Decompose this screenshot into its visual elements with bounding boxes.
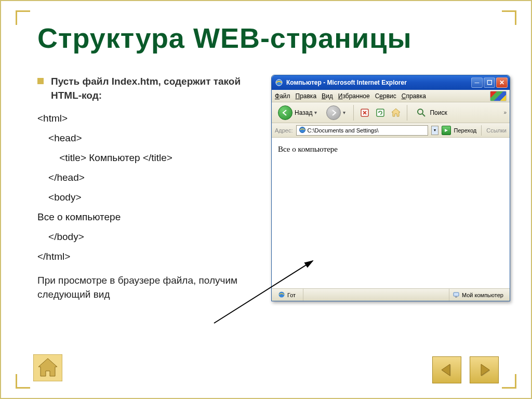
status-text-right: Мой компьютер (462, 292, 503, 298)
slide-title: Структура WEB-страницы (37, 22, 510, 54)
window-title: Компьютер - Microsoft Internet Explorer (286, 79, 471, 86)
menu-file[interactable]: Файл (275, 92, 290, 100)
chevron-down-icon: ▾ (314, 110, 317, 115)
code-line: <head> (37, 128, 256, 148)
status-right: Мой компьютер (449, 289, 507, 301)
ie-window: Компьютер - Microsoft Internet Explorer … (271, 75, 510, 301)
forward-button[interactable]: ▾ (323, 104, 349, 122)
forward-arrow-icon (326, 105, 341, 120)
corner-decoration (16, 10, 30, 25)
home-icon[interactable] (390, 107, 402, 119)
prev-slide-button[interactable] (432, 356, 461, 383)
maximize-button[interactable]: ☐ (484, 77, 495, 88)
svg-rect-7 (454, 292, 459, 296)
back-button[interactable]: Назад ▾ (275, 104, 320, 122)
menu-favorites[interactable]: Избранное (338, 92, 370, 100)
titlebar: Компьютер - Microsoft Internet Explorer … (272, 75, 510, 90)
search-icon (415, 107, 428, 119)
search-label: Поиск (430, 109, 447, 116)
menu-view[interactable]: Вид (322, 92, 333, 100)
corner-decoration (502, 374, 516, 389)
svg-rect-2 (377, 109, 384, 116)
menu-tools[interactable]: Сервис (375, 92, 396, 100)
address-bar: Адрес: C:\Documents and Settings\ ▾ Пере… (272, 123, 510, 138)
ie-small-icon (278, 291, 285, 299)
menubar: Файл Правка Вид Избранное Сервис Справка (272, 90, 510, 102)
corner-decoration (502, 10, 516, 25)
page-icon (299, 126, 306, 135)
windows-flag-icon (490, 91, 507, 101)
close-button[interactable]: ✕ (496, 77, 508, 88)
address-input[interactable]: C:\Documents and Settings\ (296, 125, 428, 136)
page-body-text: Все о компьютере (278, 145, 338, 153)
code-block: <html> <head> <title> Компьютер </title>… (37, 109, 256, 267)
go-label: Переход (454, 127, 477, 134)
code-line: <html> (37, 109, 256, 128)
bullet-item: Пусть файл Index.htm, содержит такой HTM… (37, 75, 256, 102)
toolbar-separator (407, 105, 407, 121)
outro-text: При просмотре в браузере файла, получим … (37, 274, 256, 301)
statusbar: Гот Мой компьютер (272, 288, 510, 301)
code-line: </html> (37, 247, 256, 267)
stop-icon[interactable] (358, 107, 371, 119)
status-left: Гот (275, 289, 299, 301)
menu-help[interactable]: Справка (402, 92, 426, 100)
status-text-left: Гот (287, 292, 296, 298)
minimize-button[interactable]: ─ (471, 77, 483, 88)
search-button[interactable]: Поиск (412, 105, 450, 121)
address-value: C:\Documents and Settings\ (308, 127, 379, 134)
browser-viewport: Все о компьютере (272, 138, 510, 288)
browser-mock: Компьютер - Microsoft Internet Explorer … (271, 75, 510, 301)
my-computer-icon (453, 291, 460, 299)
refresh-icon[interactable] (374, 107, 387, 119)
next-slide-button[interactable] (470, 356, 499, 383)
left-column: Пусть файл Index.htm, содержит такой HTM… (37, 75, 256, 301)
menu-edit[interactable]: Правка (296, 92, 317, 100)
toolbar-separator (353, 105, 354, 121)
chevron-down-icon: ▾ (343, 110, 345, 115)
back-arrow-icon (278, 105, 292, 120)
bullet-icon (37, 78, 44, 84)
ie-logo-icon (275, 78, 283, 87)
code-line: Все о компьютере (37, 207, 256, 227)
address-label: Адрес: (275, 127, 293, 134)
svg-rect-8 (455, 297, 457, 298)
code-line: <body> (37, 188, 256, 207)
status-spacer (303, 289, 445, 301)
toolbar-overflow-icon[interactable]: » (503, 110, 507, 115)
intro-text: Пусть файл Index.htm, содержит такой HTM… (51, 75, 256, 102)
links-label[interactable]: Ссылки (486, 127, 507, 134)
code-line: <title> Компьютер </title> (37, 148, 256, 168)
svg-line-4 (422, 114, 425, 116)
addrbar-separator (481, 125, 482, 136)
corner-decoration (16, 374, 30, 389)
svg-point-3 (418, 109, 423, 114)
code-line: </body> (37, 227, 256, 247)
code-line: </head> (37, 168, 256, 188)
back-label: Назад (295, 109, 312, 116)
home-nav-button[interactable] (33, 354, 62, 383)
toolbar: Назад ▾ ▾ (272, 102, 510, 123)
address-dropdown[interactable]: ▾ (431, 126, 438, 135)
go-button[interactable] (442, 126, 451, 135)
